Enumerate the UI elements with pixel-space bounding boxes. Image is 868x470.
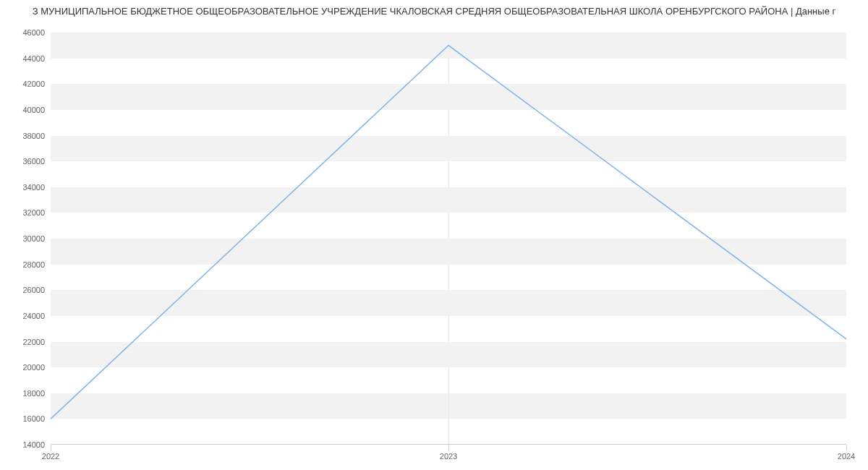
- x-tick-mark: [448, 445, 449, 450]
- chart-container: 1400016000180002000022000240002600028000…: [0, 22, 868, 470]
- x-tick-mark: [51, 445, 51, 450]
- y-tick-label: 44000: [22, 54, 45, 63]
- x-tick-label: 2024: [838, 452, 855, 461]
- plot-area: 1400016000180002000022000240002600028000…: [51, 33, 846, 445]
- y-tick-label: 36000: [22, 157, 45, 166]
- y-tick-label: 46000: [22, 28, 45, 37]
- y-tick-label: 20000: [22, 363, 45, 372]
- y-tick-label: 38000: [22, 132, 45, 140]
- y-tick-label: 32000: [22, 208, 45, 217]
- y-tick-label: 28000: [22, 260, 45, 269]
- y-tick-label: 14000: [22, 440, 45, 449]
- y-tick-label: 40000: [22, 106, 45, 114]
- y-tick-label: 30000: [22, 234, 45, 243]
- x-tick-mark: [846, 445, 847, 450]
- y-tick-label: 22000: [22, 338, 45, 346]
- data-line: [51, 46, 846, 419]
- y-tick-label: 18000: [22, 389, 45, 398]
- y-tick-label: 26000: [22, 286, 45, 294]
- y-tick-label: 34000: [22, 183, 45, 192]
- line-chart-svg: [51, 33, 846, 445]
- y-tick-label: 24000: [22, 312, 45, 320]
- chart-title: З МУНИЦИПАЛЬНОЕ БЮДЖЕТНОЕ ОБЩЕОБРАЗОВАТЕ…: [0, 0, 868, 22]
- y-tick-label: 42000: [22, 80, 45, 88]
- x-tick-label: 2023: [440, 452, 457, 461]
- y-tick-label: 16000: [22, 414, 45, 423]
- x-tick-label: 2022: [42, 452, 59, 461]
